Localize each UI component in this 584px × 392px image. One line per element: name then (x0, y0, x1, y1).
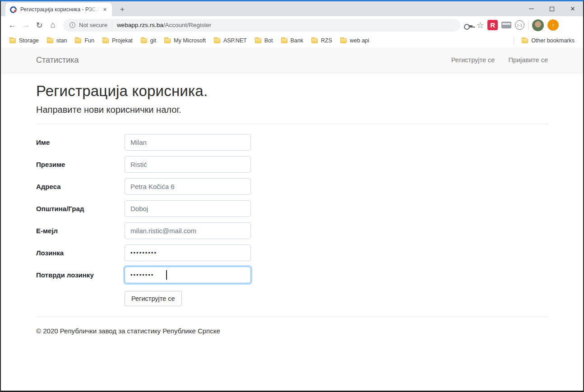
bookmark-label: Bank (291, 37, 304, 44)
main-container: Регистрација корисника. Направите нови к… (1, 73, 583, 335)
browser-toolbar: ← → ↻ ⌂ i Not secure webapp.rzs.rs.ba/Ac… (1, 16, 583, 34)
back-button[interactable]: ← (5, 18, 19, 32)
folder-icon (164, 38, 171, 43)
forward-button[interactable]: → (19, 18, 32, 32)
maximize-icon (550, 7, 554, 11)
form-row-email: Е-мејл (36, 222, 548, 239)
address-bar[interactable]: i Not secure webapp.rzs.rs.ba/Account/Re… (63, 19, 460, 32)
browser-window: Регистрација корисника - РЗС.Р ✕ + ✕ ← →… (0, 0, 584, 392)
folder-icon (281, 38, 287, 43)
site-nav-links: Региструјте се Пријавите се (451, 56, 548, 64)
url-path: /Account/Register (163, 22, 212, 28)
last-name-input[interactable] (125, 156, 251, 173)
field-label: Презиме (36, 161, 125, 168)
bookmark-label: Storage (19, 37, 39, 44)
bookmark-star-icon[interactable]: ☆ (477, 21, 484, 29)
folder-icon (47, 38, 53, 43)
field-label: Адреса (36, 183, 125, 190)
tab-close-icon[interactable]: ✕ (102, 6, 108, 14)
nav-link-login[interactable]: Пријавите се (508, 56, 548, 64)
bookmark-folder-my-microsoft[interactable]: My Microsoft (160, 35, 210, 46)
address-input[interactable] (125, 178, 251, 195)
browser-tab[interactable]: Регистрација корисника - РЗС.Р ✕ (5, 3, 112, 16)
password-input[interactable] (125, 244, 251, 261)
reload-button[interactable]: ↻ (32, 18, 46, 32)
divider (36, 124, 548, 124)
security-status: Not secure (79, 22, 107, 28)
confirm-password-input[interactable] (125, 267, 251, 283)
folder-icon (255, 38, 261, 43)
titlebar: Регистрација корисника - РЗС.Р ✕ + ✕ (1, 1, 583, 16)
folder-icon (9, 38, 16, 43)
bookmark-folder-aspnet[interactable]: ASP.NET (210, 35, 251, 46)
field-label: Општина/Град (36, 205, 125, 212)
bookmarks-divider (514, 37, 514, 45)
minimize-icon (529, 9, 534, 9)
bookmark-label: Fun (84, 37, 94, 44)
bookmark-folder-rzs[interactable]: RZS (307, 35, 336, 46)
field-label: Име (36, 138, 125, 146)
toolbar-divider (528, 21, 528, 30)
text-caret (166, 270, 167, 280)
field-label: Е-мејл (36, 227, 125, 235)
bookmark-folder-git[interactable]: git (137, 35, 160, 46)
maximize-button[interactable] (542, 1, 562, 16)
profile-avatar[interactable] (532, 19, 544, 31)
folder-icon (522, 38, 528, 43)
bookmark-label: Projekat (112, 37, 133, 44)
folder-icon (102, 38, 109, 43)
folder-icon (75, 38, 81, 43)
other-bookmarks-label: Other bookmarks (531, 37, 575, 44)
folder-icon (311, 38, 318, 43)
home-button[interactable]: ⌂ (46, 18, 60, 32)
bookmark-folder-web-api[interactable]: web api (336, 35, 373, 46)
bookmark-label: RZS (321, 37, 332, 44)
close-button[interactable]: ✕ (562, 1, 583, 16)
folder-icon (214, 38, 220, 43)
new-tab-button[interactable]: + (116, 4, 128, 15)
field-label: Лозинка (36, 249, 125, 257)
chrome-update-button[interactable]: ↑ (547, 19, 559, 31)
bookmark-label: My Microsoft (174, 37, 206, 44)
form-row-first-name: Име (36, 134, 548, 151)
folder-icon (340, 38, 347, 43)
other-bookmarks-button[interactable]: Other bookmarks (518, 35, 579, 46)
extension-wallet-icon[interactable] (501, 22, 511, 28)
bookmark-folder-storage[interactable]: Storage (5, 35, 43, 46)
bookmark-folder-bank[interactable]: Bank (277, 35, 308, 46)
folder-icon (141, 38, 147, 43)
email-input[interactable] (125, 222, 251, 239)
form-row-city: Општина/Град (36, 200, 548, 217)
tab-title: Регистрација корисника - РЗС.Р (20, 6, 100, 13)
register-button[interactable]: Региструјте се (125, 291, 182, 306)
extension-r-icon[interactable]: R (487, 20, 498, 30)
extension-json-icon[interactable]: {-} (515, 20, 524, 30)
password-key-icon[interactable] (463, 20, 473, 30)
nav-link-register[interactable]: Региструјте се (451, 56, 495, 64)
bookmark-folder-fun[interactable]: Fun (71, 35, 98, 46)
footer-copyright: © 2020 Републички завод за статистику Ре… (36, 327, 548, 335)
omnibox-divider (112, 22, 112, 29)
site-navbar: Статистика Региструјте се Пријавите се (1, 47, 583, 73)
first-name-input[interactable] (125, 134, 251, 151)
footer-divider (36, 317, 548, 317)
close-icon: ✕ (570, 6, 575, 12)
toolbar-right: ☆ R {-} ↑ (463, 19, 559, 31)
info-icon[interactable]: i (70, 22, 75, 28)
bookmark-label: ASP.NET (223, 37, 247, 44)
city-input[interactable] (125, 200, 251, 217)
bookmark-folder-bot[interactable]: Bot (251, 35, 277, 46)
minimize-button[interactable] (521, 1, 542, 16)
bookmark-folder-projekat[interactable]: Projekat (98, 35, 137, 46)
bookmark-folder-stan[interactable]: stan (43, 35, 71, 46)
field-label: Потврди лозинку (36, 271, 125, 279)
page-subtitle: Направите нови кориснички налог. (36, 105, 548, 115)
bookmark-label: stan (56, 37, 67, 44)
url-text[interactable]: webapp.rzs.rs.ba/Account/Register (117, 22, 211, 28)
registration-form: Име Презиме Адреса Општина/Град Е-мејл (36, 134, 548, 306)
bookmark-label: web api (350, 37, 369, 44)
button-row: Региструјте се (125, 291, 548, 306)
bookmarks-right: Other bookmarks (514, 35, 579, 46)
url-domain: webapp.rzs.rs.ba (117, 22, 163, 28)
site-brand[interactable]: Статистика (36, 55, 79, 65)
